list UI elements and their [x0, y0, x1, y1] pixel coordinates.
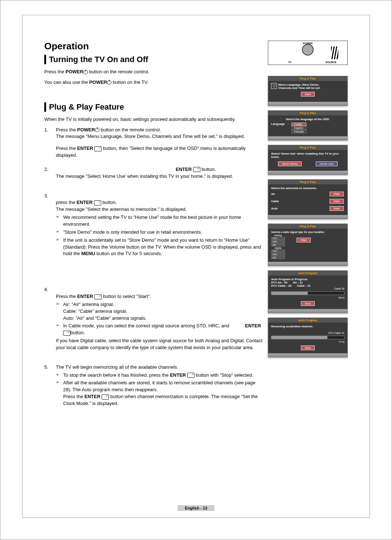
osd-title: Plug & Play — [268, 180, 347, 184]
t: ENTER — [77, 294, 93, 299]
lang-label: Language — [271, 122, 285, 126]
intro-1a: Press the — [44, 69, 66, 74]
t: DTV Cable : 23 — [271, 284, 291, 287]
t: button with "Stop" selected. — [195, 372, 253, 378]
stop-btn: Stop — [301, 345, 315, 350]
t: button to select "Start". — [102, 294, 151, 299]
lang-opt: English — [291, 123, 306, 126]
page-footer: English - 13 — [23, 506, 369, 510]
sig: STD — [271, 250, 285, 253]
t: MENU — [81, 251, 95, 256]
osd-title: Auto Program — [268, 318, 347, 323]
remote-diagram: POWER TV SOURCE — [268, 41, 348, 65]
start-btn: Start — [330, 192, 344, 196]
start-btn: Start — [297, 238, 311, 242]
enter-icon — [94, 146, 102, 151]
t: DTV Air : 02 — [271, 281, 287, 284]
osd-6: Auto Program Auto Program in Progress. D… — [268, 270, 348, 313]
plug-intro: When the TV is initially powered on, bas… — [44, 116, 262, 123]
t: POWER — [77, 127, 95, 132]
note: In Cable mode, you can select the correc… — [56, 323, 262, 336]
footer-text: English - 13 — [177, 505, 215, 511]
t: The TV will begin memorizing all of the … — [56, 364, 178, 370]
note: If the unit is accidentally set to "Stor… — [56, 237, 262, 258]
intro-1c: button on the remote control. — [88, 69, 150, 74]
osd-2: Plug & Play Select the language of the O… — [268, 110, 348, 140]
t: 50 % — [271, 296, 344, 299]
enter-icon — [94, 200, 101, 205]
intro-2c: button on the TV. — [111, 79, 148, 85]
t: The message "Select the antennas to memo… — [56, 206, 187, 212]
osd-msg: Select the language of the OSD. — [271, 118, 344, 121]
stop-btn: Stop — [301, 301, 315, 306]
t: press the — [56, 200, 77, 205]
stripes — [331, 46, 338, 59]
note: "Store Demo" mode is only intended for u… — [56, 229, 262, 236]
intro-1b: POWER — [66, 69, 83, 74]
osd-4: Plug & Play Select the antennas to memor… — [268, 179, 348, 219]
digital-label: digital — [271, 247, 285, 249]
t: The message "Select 'Home Use' when inst… — [56, 173, 233, 179]
sig: IRC — [271, 244, 285, 246]
step-5: The TV will begin memorizing all of the … — [44, 364, 262, 407]
osd-msg: Removing scrambled channel. — [271, 325, 344, 328]
note: Air: "Air" antenna signal. Cable: "Cable… — [56, 301, 262, 322]
t: In Cable mode, you can select the correc… — [63, 323, 230, 328]
ant-label: Auto — [271, 207, 278, 210]
label-source: SOURCE — [326, 61, 336, 64]
sig: IRC — [271, 256, 285, 259]
osd-title: Plug & Play — [268, 111, 347, 115]
sig: STD — [271, 237, 285, 240]
osd-msg: Selects a cable signal type for your loc… — [271, 231, 344, 233]
analog-label: analog — [271, 234, 285, 237]
osd-title: Plug & Play — [268, 145, 347, 150]
osd-1: Plug & Play ⓘMenu Language, Store Demo, … — [268, 76, 348, 106]
t: ENTER — [77, 146, 93, 151]
osd-title: Plug & Play — [268, 224, 347, 229]
step-2: ENTER button. The message "Select 'Home … — [44, 166, 262, 180]
start-btn: Start — [330, 206, 344, 211]
enter-icon — [63, 331, 70, 336]
osd-msg: Select 'Home Use' when installing this T… — [271, 152, 344, 159]
t: Press the — [56, 294, 77, 299]
osd-msg: Menu Language, Store Demo, Channels and … — [278, 83, 333, 90]
osd-7: Auto Program Removing scrambled channel.… — [268, 318, 348, 357]
t: Press the — [56, 127, 77, 132]
t: button. — [200, 167, 216, 172]
step-1: Press the POWER button on the remote con… — [44, 127, 262, 159]
step-3: press the ENTER button. The message "Sel… — [44, 193, 262, 258]
t: Cable 50 — [271, 287, 344, 290]
intro-2a: You can also use the — [44, 79, 89, 85]
t: DTV Cable 41 — [271, 332, 344, 334]
step-4: Press the ENTER button to select "Start"… — [44, 286, 262, 351]
sig: HRC — [271, 240, 285, 243]
label-tv: TV — [288, 61, 291, 64]
t: Air : 11 — [293, 281, 303, 284]
t: ENTER — [85, 394, 101, 399]
t: To stop the search before it has finishe… — [63, 372, 170, 378]
lang-opt: Español — [291, 126, 306, 130]
power-button-graphic — [302, 44, 314, 56]
t: 77 % — [271, 341, 344, 343]
intro-block: Press the POWER button on the remote con… — [44, 69, 262, 86]
home-use-btn: Home Use — [316, 161, 338, 166]
start-btn: Start — [330, 199, 344, 204]
lang-opt: Français — [291, 130, 306, 133]
store-demo-btn: Store Demo — [278, 161, 302, 166]
power-icon — [107, 80, 111, 85]
t: If you have Digital cable, select the ca… — [56, 338, 262, 350]
t: ENTER — [176, 167, 192, 172]
t: Cable : 21 — [297, 284, 311, 287]
ant-label: Air — [271, 192, 275, 196]
enter-icon — [102, 394, 109, 400]
t: Press the — [56, 146, 77, 151]
osd-3: Plug & Play Select 'Home Use' when insta… — [268, 145, 348, 175]
power-icon — [83, 70, 88, 74]
note: After all the available channels are sto… — [56, 380, 262, 407]
t: button on the remote control. — [99, 127, 161, 132]
osd-msg: Auto Program in Progress. — [271, 278, 344, 281]
note: To stop the search before it has finishe… — [56, 372, 262, 379]
t: button. — [70, 330, 85, 335]
intro-2b: POWER — [89, 79, 107, 85]
enter-icon — [94, 294, 102, 299]
